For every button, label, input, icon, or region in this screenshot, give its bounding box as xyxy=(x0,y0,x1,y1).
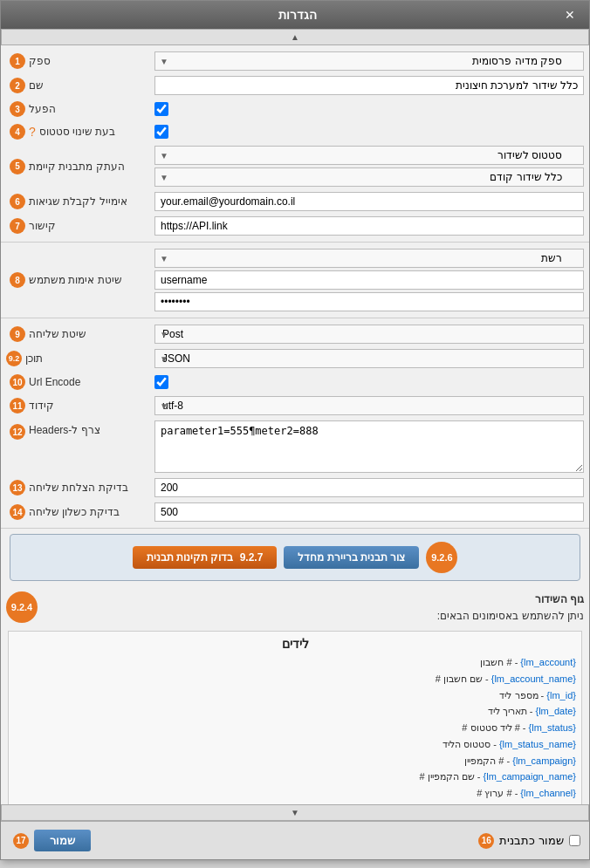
row-url-encode-content xyxy=(154,375,584,389)
row-name: שם 2 xyxy=(1,73,589,98)
row-encoding: utf-8 ▼ קידוד 11 xyxy=(1,393,589,418)
row-url-encode-label: Url Encode 10 xyxy=(6,374,154,390)
name-input[interactable] xyxy=(154,76,584,95)
password-input[interactable] xyxy=(154,292,584,311)
row-headers-content: parameter1=555¶meter2=888 xyxy=(154,420,584,473)
row-success-check-label: בדיקת הצלחת שליחה 13 xyxy=(6,480,154,496)
template-status-select[interactable]: סטטוס לשידור xyxy=(154,146,584,165)
row-content-type: JSON ▼ תוכן 9.2 xyxy=(1,346,589,371)
row-content-type-content: JSON ▼ xyxy=(154,349,584,368)
url-encode-checkbox[interactable] xyxy=(154,375,168,389)
row-email-content xyxy=(154,192,584,211)
send-method-select[interactable]: Post xyxy=(154,325,584,344)
lead-item-0: {lm_account} - # חשבון xyxy=(14,654,576,671)
help-icon-4[interactable]: ? xyxy=(29,125,36,139)
badge-11: 11 xyxy=(10,398,25,413)
send-method-select-wrap: Post ▼ xyxy=(154,325,584,344)
row-send-method-content: Post ▼ xyxy=(154,325,584,344)
auth-select[interactable]: רשת xyxy=(154,249,584,268)
badge-7: 7 xyxy=(10,218,25,234)
row-fail-check-label: בדיקת כשלון שליחה 14 xyxy=(6,504,154,520)
success-check-input[interactable] xyxy=(154,478,584,497)
create-template-button[interactable]: צור תבנית בריירת מחדל xyxy=(284,546,419,569)
template-status-select-wrap: סטטוס לשידור ▼ xyxy=(154,146,584,165)
fail-check-input[interactable] xyxy=(154,502,584,522)
scroll-up-button[interactable]: ▲ xyxy=(1,29,589,45)
row-activate: הפעל 3 xyxy=(1,98,589,120)
template-buttons: 9.2.6 צור תבנית בריירת מחדל 9.2.7 בדוק ת… xyxy=(17,542,573,573)
row-guide-content: גוף השידור ניתן להשתמש באסימונים הבאים: xyxy=(154,591,584,625)
scroll-down-button[interactable]: ▼ xyxy=(1,804,589,821)
leads-section: לידים {lm_account} - # חשבון {lm_account… xyxy=(8,631,582,804)
row-success-check: בדיקת הצלחת שליחה 13 xyxy=(1,475,589,500)
link-input[interactable] xyxy=(154,216,584,236)
badge-17: 17 xyxy=(13,833,29,849)
row-auth-label: שיטת אימות משתמש 8 xyxy=(6,272,154,288)
headers-textarea[interactable]: parameter1=555¶meter2=888 xyxy=(154,420,584,473)
supplier-select[interactable]: ספק מדיה פרסומית xyxy=(154,51,584,71)
row-email-label: אימייל לקבלת שגיאות 6 xyxy=(6,194,154,209)
save-template-checkbox[interactable] xyxy=(569,835,580,846)
check-template-badge: 9.2.7 xyxy=(240,551,264,564)
row-guide: גוף השידור ניתן להשתמש באסימונים הבאים: … xyxy=(1,586,589,627)
settings-window: ✕ הגדרות ▲ ספק מדיה פרסומית ▼ ספק 1 xyxy=(0,0,590,860)
lead-item-2: {lm_id} - מספר ליד xyxy=(14,687,576,704)
row-url-encode: Url Encode 10 xyxy=(1,371,589,393)
row-copy-template-content: סטטוס לשידור ▼ כלל שידור קודם ▼ xyxy=(154,146,584,187)
save-button[interactable]: שמור xyxy=(34,830,91,851)
row-success-check-content xyxy=(154,478,584,497)
username-input[interactable] xyxy=(154,270,584,290)
email-input[interactable] xyxy=(154,192,584,211)
content-type-select[interactable]: JSON xyxy=(154,349,584,368)
row-status-change-content xyxy=(154,125,584,139)
check-template-button[interactable]: 9.2.7 בדוק תקינות תבנית xyxy=(133,546,278,569)
row-activate-label: הפעל 3 xyxy=(6,101,154,117)
close-button[interactable]: ✕ xyxy=(559,6,580,24)
title-bar: ✕ הגדרות xyxy=(1,1,589,29)
row-headers-label: צרף ל-Headers 12 xyxy=(6,420,154,440)
lead-item-4: {lm_status} - # ליד סטטוס # xyxy=(14,720,576,736)
badge-14: 14 xyxy=(10,504,25,520)
lead-item-8: {lm_channel} - # ערוץ # xyxy=(14,785,576,802)
row-supplier-content: ספק מדיה פרסומית ▼ xyxy=(154,51,584,71)
badge-9-2-6: 9.2.6 xyxy=(426,542,457,573)
badge-1: 1 xyxy=(10,53,25,69)
lead-item-7: {lm_campaign_name} - שם הקמפיין # xyxy=(14,769,576,785)
divider-1 xyxy=(1,242,589,243)
status-change-checkbox[interactable] xyxy=(154,125,168,139)
badge-3: 3 xyxy=(10,101,25,117)
row-name-label: שם 2 xyxy=(6,78,154,93)
badge-9-2-4: 9.2.4 xyxy=(6,591,38,623)
template-prev-select[interactable]: כלל שידור קודם xyxy=(154,167,584,187)
status-change-checkbox-wrap xyxy=(154,125,584,139)
badge-6: 6 xyxy=(10,194,25,209)
row-headers: parameter1=555¶meter2=888 צרף ל-Headers … xyxy=(1,418,589,475)
lead-item-6: {lm_campaign} - # הקמפיין xyxy=(14,753,576,769)
row-content-type-label: תוכן 9.2 xyxy=(6,351,154,366)
row-encoding-label: קידוד 11 xyxy=(6,398,154,413)
check-template-label: בדוק תקינות תבנית xyxy=(147,551,234,564)
encoding-select-wrap: utf-8 ▼ xyxy=(154,396,584,415)
activate-checkbox[interactable] xyxy=(154,102,168,116)
encoding-select[interactable]: utf-8 xyxy=(154,396,584,415)
row-name-content xyxy=(154,76,584,95)
lead-item-1: {lm_account_name} - שם חשבון # xyxy=(14,671,576,687)
row-status-change-label: בעת שינוי סטטוס ? 4 xyxy=(6,124,154,140)
badge-9: 9 xyxy=(10,326,25,342)
row-copy-template: סטטוס לשידור ▼ כלל שידור קודם ▼ העתק מתב… xyxy=(1,143,589,189)
row-guide-badge: 9.2.4 xyxy=(6,591,154,623)
window-title: הגדרות xyxy=(36,8,559,22)
save-check-area: שמור כתבנית 16 xyxy=(475,833,580,849)
url-encode-checkbox-wrap xyxy=(154,375,584,389)
row-fail-check-content xyxy=(154,502,584,522)
content-type-select-wrap: JSON ▼ xyxy=(154,349,584,368)
template-prev-select-wrap: כלל שידור קודם ▼ xyxy=(154,167,584,187)
divider-2 xyxy=(1,318,589,318)
footer-bar: שמור כתבנית 16 שמור 17 xyxy=(1,821,589,859)
lead-item-5: {lm_status_name} - סטטוס הליד xyxy=(14,736,576,753)
badge-12: 12 xyxy=(10,424,25,440)
row-supplier-label: ספק 1 xyxy=(6,53,154,69)
badge-4: 4 xyxy=(10,124,25,140)
template-section: 9.2.6 צור תבנית בריירת מחדל 9.2.7 בדוק ת… xyxy=(10,534,580,581)
guide-text: גוף השידור ניתן להשתמש באסימונים הבאים: xyxy=(437,591,584,625)
